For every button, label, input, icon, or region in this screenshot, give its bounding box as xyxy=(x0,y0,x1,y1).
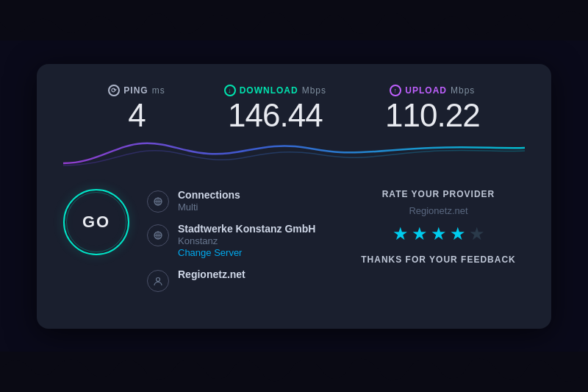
download-stat: ↓ DOWNLOAD Mbps 146.44 xyxy=(224,85,326,132)
info-section: Connections Multi Stadtwerke Konstanz Gm… xyxy=(147,189,320,292)
ping-label: ⟳ PING ms xyxy=(108,85,165,96)
download-label: ↓ DOWNLOAD Mbps xyxy=(224,85,326,96)
connections-label: Connections xyxy=(178,189,240,201)
user-icon xyxy=(147,270,169,292)
ping-icon: ⟳ xyxy=(108,85,120,96)
server-info: Stadtwerke Konstanz GmbH Konstanz Change… xyxy=(178,223,315,258)
stats-row: ⟳ PING ms 4 ↓ DOWNLOAD Mbps 146.44 ↑ UPL… xyxy=(63,85,525,132)
bottom-content: GO Connections Multi xyxy=(63,189,525,292)
go-button[interactable]: GO xyxy=(63,189,129,255)
server-location: Konstanz xyxy=(178,235,315,246)
svg-point-8 xyxy=(157,277,160,281)
server-row: Stadtwerke Konstanz GmbH Konstanz Change… xyxy=(147,223,320,258)
star-3[interactable]: ★ xyxy=(431,224,447,244)
download-icon: ↓ xyxy=(224,85,236,96)
star-5[interactable]: ★ xyxy=(469,224,485,244)
wave-graphic xyxy=(63,138,525,174)
connections-value: Multi xyxy=(178,202,240,213)
ping-value: 4 xyxy=(108,99,165,132)
server-icon xyxy=(147,224,169,246)
upload-value: 110.22 xyxy=(385,99,480,132)
star-1[interactable]: ★ xyxy=(392,224,409,244)
user-info: Regionetz.net xyxy=(178,268,245,280)
rate-title: RATE YOUR PROVIDER xyxy=(352,189,525,199)
star-4[interactable]: ★ xyxy=(450,224,466,244)
user-name: Regionetz.net xyxy=(178,268,245,280)
download-value: 146.44 xyxy=(224,99,326,132)
connections-row: Connections Multi xyxy=(147,189,320,213)
upload-icon: ↑ xyxy=(390,85,401,96)
rating-section: RATE YOUR PROVIDER Regionetz.net ★ ★ ★ ★… xyxy=(337,189,525,265)
speedtest-card: ⟳ PING ms 4 ↓ DOWNLOAD Mbps 146.44 ↑ UPL… xyxy=(37,64,551,329)
server-name: Stadtwerke Konstanz GmbH xyxy=(178,223,315,235)
change-server-link[interactable]: Change Server xyxy=(178,247,315,258)
upload-stat: ↑ UPLOAD Mbps 110.22 xyxy=(385,85,480,132)
stars-row[interactable]: ★ ★ ★ ★ ★ xyxy=(352,224,525,244)
connections-info: Connections Multi xyxy=(178,189,240,213)
upload-label: ↑ UPLOAD Mbps xyxy=(385,85,480,96)
ping-stat: ⟳ PING ms 4 xyxy=(108,85,165,132)
user-row: Regionetz.net xyxy=(147,268,320,292)
rate-provider: Regionetz.net xyxy=(352,205,525,216)
thanks-text: THANKS FOR YOUR FEEDBACK xyxy=(352,254,525,265)
star-2[interactable]: ★ xyxy=(412,224,428,244)
connections-icon xyxy=(147,190,169,213)
